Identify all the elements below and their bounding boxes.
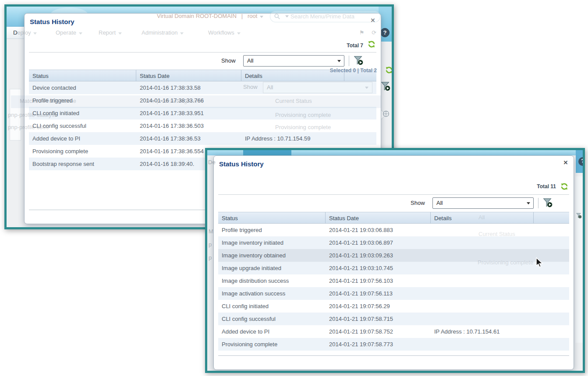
table-row[interactable]: Image activation success 2014-01-21 19:0… (218, 287, 569, 300)
status-cell: Added device to PI (29, 132, 136, 145)
ghost-table-fragment: p (209, 241, 212, 248)
ghost-table-fragment: M (209, 228, 213, 235)
page-refresh-icon[interactable] (385, 66, 392, 76)
filter-icon[interactable] (353, 55, 364, 66)
status-cell: Image activation success (218, 287, 326, 300)
status-history-dialog-2: Status History ✕ Total 11 Show All Statu… (213, 155, 574, 370)
column-header-status-date[interactable]: Status Date (136, 70, 241, 81)
background-right-column (575, 176, 583, 343)
refresh-icon[interactable] (560, 183, 568, 190)
column-header-details[interactable]: Details (241, 70, 344, 81)
date-cell: 2014-01-16 17:38:33.766 (136, 94, 241, 107)
date-cell: 2014-01-21 19:03:10.745 (326, 262, 431, 274)
status-cell: Added device to PI (218, 325, 326, 338)
status-cell: CLI config initiated (218, 300, 326, 313)
details-cell (241, 107, 376, 119)
date-cell: 2014-01-16 17:38:36.53 (136, 132, 241, 145)
window-2: ? De M p p All Current Status Provisioni… (205, 148, 585, 373)
refresh-icon[interactable] (368, 40, 375, 48)
column-header-status-date[interactable]: Status Date (326, 212, 431, 223)
status-history-table: Status Status Date Details Profile trigg… (218, 212, 569, 351)
show-dropdown[interactable]: All (432, 197, 534, 209)
date-cell: 2014-01-16 17:38:33.951 (136, 107, 241, 119)
ghost-table-fragment: p (209, 254, 212, 261)
column-header-details[interactable]: Details (431, 212, 534, 223)
table-row[interactable]: Added device to PI 2014-01-21 19:07:58.7… (218, 325, 569, 338)
total-count-label: Total 11 (537, 183, 556, 190)
status-cell: Provisioning complete (29, 145, 136, 158)
column-header-empty (344, 70, 376, 81)
show-label: Show (221, 57, 236, 64)
details-cell (431, 249, 569, 262)
date-cell: 2014-01-21 19:03:09.263 (326, 249, 431, 262)
background-left-column (10, 89, 21, 141)
details-cell (431, 236, 569, 249)
details-cell: IP Address : 10.71.154.59 (241, 132, 376, 145)
details-cell (431, 274, 569, 287)
status-cell: Profile triggered (29, 94, 136, 107)
divider (218, 194, 569, 195)
table-row[interactable]: CLI config initiated 2014-01-16 17:38:33… (29, 107, 376, 119)
divider (218, 355, 569, 356)
caret-down-icon (337, 60, 341, 62)
date-cell: 2014-01-21 19:07:56.103 (326, 274, 431, 287)
date-cell: 2014-01-16 17:38:33.58 (136, 81, 241, 94)
details-cell (241, 81, 376, 94)
total-count-label: Total 7 (347, 42, 363, 49)
menu-deploy-initial: D (13, 27, 18, 39)
help-button[interactable]: ? (380, 28, 390, 37)
details-cell (431, 287, 569, 300)
table-row[interactable]: Image inventory initiated 2014-01-21 19:… (218, 236, 569, 249)
table-row[interactable]: CLI config successful 2014-01-16 17:38:3… (29, 119, 376, 132)
divider (29, 52, 376, 53)
close-icon[interactable]: ✕ (369, 17, 377, 24)
crosshair-icon[interactable] (382, 110, 390, 119)
table-row[interactable]: Profile triggered 2014-01-16 17:38:33.76… (29, 94, 376, 107)
status-cell: CLI config successful (218, 313, 326, 325)
details-cell (241, 119, 376, 132)
page-filter-icon (576, 212, 582, 221)
divider (538, 198, 538, 208)
status-cell: Device contacted (29, 81, 136, 94)
table-row[interactable]: Profile triggered 2014-01-21 19:03:06.88… (218, 224, 569, 236)
divider (349, 56, 349, 66)
details-cell (431, 224, 569, 236)
show-dropdown-value: All (247, 57, 253, 64)
help-button[interactable]: ? (578, 157, 583, 166)
status-cell: Image distribution success (218, 274, 326, 287)
details-cell: IP Address : 10.71.154.61 (431, 325, 569, 338)
show-dropdown[interactable]: All (243, 55, 344, 67)
window-2-content: ? De M p p All Current Status Provisioni… (207, 150, 583, 371)
show-dropdown-value: All (436, 200, 443, 206)
table-row[interactable]: Added device to PI 2014-01-16 17:38:36.5… (29, 132, 376, 145)
table-row-hovered[interactable]: Image inventory obtained 2014-01-21 19:0… (218, 249, 569, 262)
status-cell: CLI config initiated (29, 107, 136, 119)
table-header: Status Status Date Details (218, 212, 569, 224)
column-header-empty (534, 212, 569, 223)
details-cell (431, 313, 569, 325)
column-header-status[interactable]: Status (29, 70, 136, 81)
date-cell: 2014-01-21 19:03:06.897 (326, 236, 431, 249)
table-row[interactable]: Image distribution success 2014-01-21 19… (218, 274, 569, 287)
date-cell: 2014-01-21 19:07:58.715 (326, 313, 431, 325)
filter-icon[interactable] (542, 197, 553, 208)
table-row[interactable]: CLI config initiated 2014-01-21 19:07:56… (218, 300, 569, 313)
date-cell: 2014-01-16 17:38:36.503 (136, 119, 241, 132)
status-cell: Image inventory initiated (218, 236, 326, 249)
table-row[interactable]: CLI config successful 2014-01-21 19:07:5… (218, 313, 569, 325)
screenshot-canvas: { "icons": { "close": "✕", "help": "?", … (0, 0, 588, 376)
date-cell: 2014-01-21 19:07:58.752 (326, 325, 431, 338)
status-cell: Image upgrade initiated (218, 262, 326, 274)
table-header: Status Status Date Details (29, 70, 376, 81)
table-row[interactable]: Provisioning complete 2014-01-21 19:07:5… (218, 338, 569, 351)
column-header-status[interactable]: Status (218, 212, 326, 223)
dialog-title: Status History (219, 160, 264, 168)
dialog-title: Status History (30, 18, 74, 25)
close-icon[interactable]: ✕ (562, 159, 570, 166)
table-row[interactable]: Device contacted 2014-01-16 17:38:33.58 (29, 81, 376, 94)
page-filter-icon[interactable] (380, 81, 391, 94)
table-row[interactable]: Image upgrade initiated 2014-01-21 19:03… (218, 262, 569, 274)
details-cell (431, 338, 569, 351)
status-cell: Bootstrap response sent (29, 158, 136, 170)
show-label: Show (411, 200, 425, 206)
